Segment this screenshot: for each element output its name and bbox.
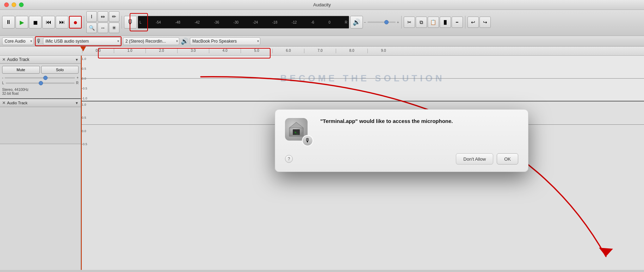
input-select-wrap: iMic USB audio system ▾ [43, 37, 120, 45]
ok-button[interactable]: OK [497, 153, 518, 165]
cut-button[interactable]: ✂ [404, 17, 415, 28]
dialog-title: "Terminal.app" would like to access the … [320, 118, 453, 124]
dialog-icon-wrap: >_ 🎙 [285, 118, 313, 146]
minimize-button[interactable] [12, 2, 16, 7]
silence-button[interactable]: ━ [452, 17, 463, 28]
track2-panel: ✕ Audio Track ▼ [0, 98, 81, 144]
dialog-body: >_ 🎙 "Terminal.app" would like to access… [285, 118, 518, 146]
output-meter-button[interactable]: 🔊 [350, 16, 363, 29]
volume-slider[interactable] [367, 21, 396, 23]
help-button[interactable]: ? [285, 155, 293, 163]
track2-header: ✕ Audio Track ▼ [0, 99, 81, 107]
track1-header: ✕ Audio Track ▼ [0, 56, 81, 64]
scale-0.5: 0.5 [82, 67, 91, 70]
mic-badge-icon: 🎙 [302, 135, 313, 146]
level-meter: L -54 -48 -42 -36 -30 -24 -18 -12 -6 0 R [138, 16, 349, 29]
pan-slider[interactable] [6, 82, 75, 84]
gain-minus-label: - [2, 76, 3, 80]
title-bar: Audacity [0, 0, 644, 10]
track2-close-button[interactable]: ✕ [2, 100, 6, 105]
dialog-text: "Terminal.app" would like to access the … [320, 118, 453, 126]
track-panel: ✕ Audio Track ▼ Mute Solo - + L R [0, 56, 81, 270]
undo-button[interactable]: ↩ [467, 17, 479, 28]
api-select-wrap: Core Audio ▾ [2, 37, 33, 45]
scale-track2: 1.0 0.5 0.0 -0.5 [81, 101, 92, 147]
track-info: Stereo, 44100Hz 32-bit float [2, 87, 79, 96]
gain-row: - + [2, 76, 79, 80]
record-button[interactable]: ● [69, 16, 82, 29]
ruler-mark-3: 3.0 [177, 49, 209, 53]
dialog-buttons: Don't Allow OK [456, 153, 518, 165]
select-tool-button[interactable]: ⇔ [98, 11, 108, 22]
paste-button[interactable]: 📋 [428, 17, 439, 28]
svg-marker-0 [599, 248, 613, 256]
ruler-mark-8: 8.0 [336, 49, 367, 53]
track-menu-arrow[interactable]: ▼ [75, 58, 79, 62]
play-button[interactable]: ▶ [16, 16, 28, 29]
window-controls [4, 2, 24, 7]
pause-button[interactable]: ⏸ [2, 16, 15, 29]
toolbar-row1: ⏸ ▶ ◼ ⏮ ⏭ ● I ⇔ ✏ [2, 11, 642, 33]
channels-select[interactable]: 2 (Stereo) Recordin... [123, 37, 179, 45]
ruler-mark-2: 2.0 [145, 49, 177, 53]
output-select-wrap: MacBook Pro Speakers ▾ [190, 37, 260, 45]
app-title: Audacity [313, 2, 331, 7]
gain-slider[interactable] [5, 77, 75, 79]
mute-button[interactable]: Mute [2, 66, 40, 74]
playhead-line [81, 56, 82, 270]
track-name: Audio Track [7, 57, 74, 62]
device-toolbar: Core Audio ▾ 🎙 iMic USB audio system ▾ 2… [0, 36, 644, 47]
scale2-0.5: 0.5 [82, 116, 91, 119]
dialog-footer: ? Don't Allow OK [285, 153, 518, 165]
scale-0.0: 0.0 [82, 77, 91, 80]
track1-controls: Mute Solo - + L R Stereo, 44100Hz 32-bit… [0, 64, 81, 98]
fit-tool-button[interactable]: ↔ [98, 23, 108, 33]
input-device-select[interactable]: iMic USB audio system [43, 37, 120, 45]
input-device-highlight: 🎙 iMic USB audio system ▾ [35, 36, 122, 46]
separator4 [465, 16, 465, 29]
solo-button[interactable]: Solo [41, 66, 79, 74]
undo-redo: ↩ ↪ [467, 17, 491, 28]
dont-allow-button[interactable]: Don't Allow [456, 153, 493, 165]
track-close-button[interactable]: ✕ [2, 57, 6, 62]
trim-button[interactable]: ▐▌ [440, 17, 451, 28]
draw-tool-button[interactable]: ✏ [109, 11, 119, 22]
multi-tool-button[interactable]: ✳ [109, 23, 119, 33]
timeline-ruler: 0.0 1.0 2.0 3.0 4.0 5.0 6.0 7.0 8.0 9.0 [0, 47, 644, 56]
skip-back-button[interactable]: ⏮ [42, 16, 55, 29]
ruler-mark-0: 0.0 [82, 49, 114, 53]
track2-name: Audio Track [7, 101, 74, 105]
separator1 [84, 16, 84, 29]
close-button[interactable] [4, 2, 9, 7]
separator3 [401, 16, 402, 29]
transport-controls: ⏸ ▶ ◼ ⏮ ⏭ ● [2, 16, 82, 29]
text-tool-button[interactable]: I [86, 11, 97, 22]
ruler-mark-4: 4.0 [209, 49, 241, 53]
mute-solo-row: Mute Solo [2, 66, 79, 74]
maximize-button[interactable] [19, 2, 24, 7]
stop-button[interactable]: ◼ [29, 16, 42, 29]
right-edit-tools: ✂ ⧉ 📋 ▐▌ ━ [404, 17, 463, 28]
copy-button[interactable]: ⧉ [416, 17, 427, 28]
speaker-icon: 🔊 [181, 37, 188, 45]
edit-tools: I ⇔ ✏ 🔍 ↔ ✳ [86, 11, 119, 33]
output-device-select[interactable]: MacBook Pro Speakers [190, 37, 260, 45]
scale-1.0: 1.0 [82, 57, 91, 61]
input-meter-button[interactable]: 🎙 [124, 16, 137, 29]
scale-neg0.5: -0.5 [82, 87, 91, 90]
redo-button[interactable]: ↪ [479, 17, 491, 28]
track-info-line1: Stereo, 44100Hz [2, 88, 79, 92]
skip-forward-button[interactable]: ⏭ [56, 16, 68, 29]
zoom-tool-button[interactable]: 🔍 [86, 23, 97, 33]
microphone-icon: 🎙 [36, 38, 42, 44]
ruler-mark-9: 9.0 [367, 49, 399, 53]
meter-labels: L -54 -48 -42 -36 -30 -24 -18 -12 -6 0 R [140, 20, 347, 24]
volume-control: − + [364, 20, 399, 24]
track-info-line2: 32-bit float [2, 92, 79, 95]
terminal-icon-svg: >_ [288, 121, 305, 138]
ruler-mark-6: 6.0 [272, 49, 304, 53]
ruler-mark-1: 1.0 [114, 49, 145, 53]
scale-neg1.0: -1.0 [82, 97, 91, 100]
api-select[interactable]: Core Audio [2, 37, 33, 45]
track2-menu-arrow[interactable]: ▼ [75, 101, 79, 105]
